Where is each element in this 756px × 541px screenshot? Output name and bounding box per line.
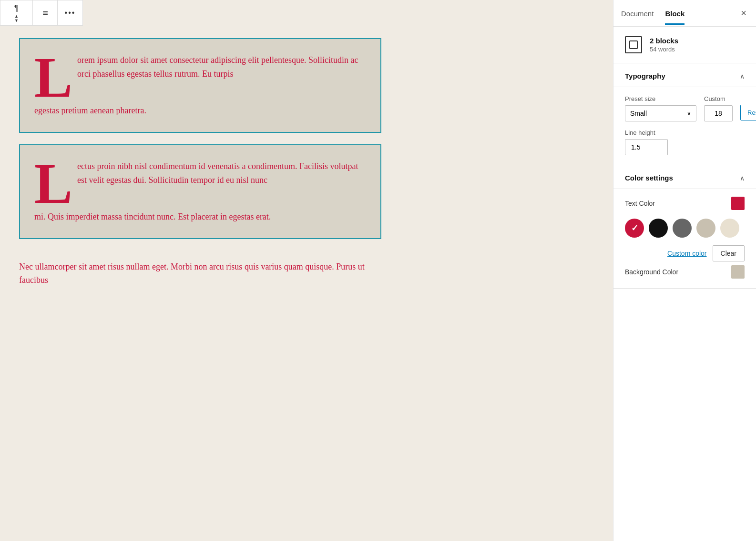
select-chevron-icon: ∨ (687, 110, 691, 117)
preset-value: Small (630, 110, 647, 117)
background-color-swatch[interactable] (731, 265, 745, 279)
palette-swatch-cream[interactable] (720, 219, 739, 238)
words-count: 54 words (650, 46, 678, 53)
text-color-label: Text Color (625, 200, 725, 207)
palette-swatch-black[interactable] (649, 219, 668, 238)
tab-document[interactable]: Document (621, 2, 654, 25)
reset-button[interactable]: Reset (740, 105, 756, 120)
editor-block-2[interactable]: L ectus proin nibh nisl condimentum id v… (19, 144, 381, 239)
block1-inline-text[interactable]: orem ipsum dolor sit amet consectetur ad… (77, 53, 363, 81)
toolbar: ¶ ▲ ▼ ≡ ••• (0, 0, 83, 26)
preset-select[interactable]: Small ∨ (625, 105, 696, 121)
palette-swatch-crimson[interactable] (625, 219, 644, 238)
typography-section-header[interactable]: Typography ∧ (613, 63, 756, 87)
line-height-group: Line height (625, 129, 745, 155)
line-height-label: Line height (625, 129, 745, 136)
more-options-button[interactable]: ••• (58, 0, 82, 25)
text-color-swatch[interactable] (731, 197, 745, 210)
color-chevron-icon: ∧ (740, 174, 745, 182)
drop-cap-letter-1: L (34, 53, 72, 102)
tab-block[interactable]: Block (665, 2, 684, 25)
blocks-count: 2 blocks (650, 37, 678, 45)
background-color-row: Background Color (625, 265, 745, 279)
block-info: 2 blocks 54 words (613, 27, 756, 63)
block2-below-text[interactable]: mi. Quis imperdiet massa tincidunt nunc.… (34, 210, 363, 224)
custom-group: Custom (704, 95, 733, 121)
list-view-button[interactable]: ≡ (33, 0, 58, 25)
color-section-body: Text Color Custom color Clear Background… (613, 189, 756, 289)
palette-swatch-tan[interactable] (696, 219, 715, 238)
typography-title: Typography (625, 72, 665, 80)
color-actions: Custom color Clear (625, 245, 745, 261)
list-icon: ≡ (42, 8, 48, 19)
sidebar-tabs: Document Block × (613, 0, 756, 27)
custom-color-link[interactable]: Custom color (667, 250, 706, 257)
block-meta: 2 blocks 54 words (650, 37, 678, 53)
drop-cap-letter-2: L (34, 160, 72, 208)
color-section-header[interactable]: Color settings ∧ (613, 165, 756, 189)
editor-block-1[interactable]: L orem ipsum dolor sit amet consectetur … (19, 38, 381, 133)
custom-input[interactable] (704, 105, 733, 121)
close-button[interactable]: × (739, 6, 748, 20)
typography-section-body: Preset size Small ∨ Custom x Reset Line … (613, 87, 756, 165)
clear-button[interactable]: Clear (713, 245, 745, 261)
typography-chevron-icon: ∧ (740, 72, 745, 80)
block2-inline-text[interactable]: ectus proin nibh nisl condimentum id ven… (77, 160, 363, 187)
block3-text[interactable]: Nec ullamcorper sit amet risus nullam eg… (19, 260, 381, 288)
more-icon: ••• (65, 9, 76, 17)
block-icon (625, 36, 642, 53)
preset-label: Preset size (625, 95, 696, 102)
color-settings-title: Color settings (625, 174, 673, 182)
editor-block-3[interactable]: Nec ullamcorper sit amet risus nullam eg… (19, 250, 381, 292)
custom-label: Custom (704, 95, 733, 102)
preset-group: Preset size Small ∨ (625, 95, 696, 121)
sidebar: Document Block × 2 blocks 54 words Typog… (613, 0, 756, 541)
editor-area: L orem ipsum dolor sit amet consectetur … (0, 0, 400, 541)
reset-group: x Reset (740, 95, 756, 121)
background-color-label: Background Color (625, 268, 725, 276)
paragraph-icon: ¶ (14, 3, 19, 13)
color-palette (625, 219, 745, 238)
block1-below-text[interactable]: egestas pretium aenean pharetra. (34, 104, 363, 118)
down-arrow-icon: ▼ (14, 19, 19, 23)
paragraph-move-button[interactable]: ¶ ▲ ▼ (0, 0, 33, 25)
svg-rect-0 (630, 41, 637, 49)
text-color-row: Text Color (625, 197, 745, 210)
preset-row: Preset size Small ∨ Custom x Reset (625, 95, 745, 121)
palette-swatch-gray[interactable] (673, 219, 692, 238)
line-height-input[interactable] (625, 139, 668, 155)
